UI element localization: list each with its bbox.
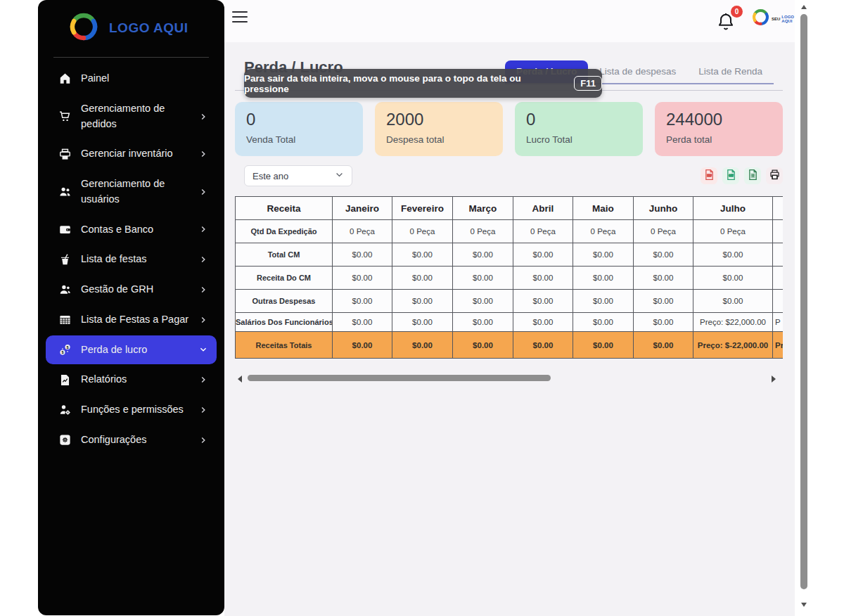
topbar: 0 SEU LOGO AQUI	[224, 0, 795, 42]
tab-lista-de-renda[interactable]: Lista de Renda	[687, 60, 774, 83]
table-cell	[773, 290, 784, 313]
table-cell: $0.00	[634, 267, 693, 290]
notification-count-badge: 0	[731, 6, 743, 18]
table-cell: $0.00	[333, 267, 392, 290]
table-cell: 0 Peça	[573, 220, 634, 243]
table-cell: $0.00	[333, 332, 392, 359]
table-cell: $0.00	[693, 267, 773, 290]
row-label: Outras Despesas	[236, 290, 333, 313]
people-icon	[58, 283, 72, 297]
sidebar-item-gerenciamento-de-pedidos[interactable]: Gerenciamento de pedidos	[46, 94, 217, 139]
avatar-logo-icon	[751, 8, 770, 30]
export-excel-icon	[747, 169, 759, 183]
table-cell: $0.00	[453, 313, 513, 332]
table-cell	[773, 267, 784, 290]
svg-text:$: $	[66, 345, 68, 349]
home-icon	[58, 72, 72, 86]
notifications-button[interactable]: 0	[716, 11, 738, 34]
tab-lista-de-despesas[interactable]: Lista de despesas	[588, 60, 687, 83]
table-cell: $0.00	[392, 290, 453, 313]
stat-card-label: Despesa total	[386, 134, 492, 145]
chevron-right-icon	[199, 150, 207, 158]
stat-card-label: Perda total	[666, 134, 772, 145]
sidebar-item-gerenciar-inventario[interactable]: Gerenciar inventário	[46, 139, 217, 169]
logo: LOGO AQUI	[38, 0, 224, 46]
stat-card-label: Venda Total	[246, 134, 352, 145]
svg-text:$: $	[61, 350, 63, 354]
sidebar-item-relatorios[interactable]: Relatórios	[46, 365, 217, 394]
stat-card-value: 0	[526, 110, 632, 129]
avatar[interactable]: SEU LOGO AQUI	[751, 8, 795, 30]
table-cell: $0.00	[392, 267, 453, 290]
row-label: Qtd Da Expedição	[236, 220, 333, 243]
scroll-left-arrow-icon[interactable]	[238, 376, 242, 383]
sidebar: LOGO AQUI PainelGerenciamento de pedidos…	[38, 0, 224, 615]
chevron-down-icon	[199, 345, 207, 354]
tooltip-text: Para sair da tela inteira, mova o mouse …	[244, 73, 567, 94]
sidebar-item-label: Perda de lucro	[81, 342, 190, 358]
table-cell: 0 Peça	[453, 220, 513, 243]
print-button[interactable]	[766, 167, 783, 184]
fullscreen-exit-tooltip: Para sair da tela inteira, mova o mouse …	[244, 69, 602, 98]
profit-loss-table: ReceitaJaneiroFevereiroMarçoAbrilMaioJun…	[235, 196, 783, 359]
export-buttons: PDFCSV	[701, 167, 783, 184]
sidebar-item-label: Gerenciamento de pedidos	[81, 101, 190, 132]
scroll-down-arrow-icon[interactable]	[801, 603, 807, 607]
main-area: 0 SEU LOGO AQUI Perda / Lucro Perda /	[224, 0, 795, 616]
hamburger-menu-icon[interactable]	[232, 10, 248, 24]
avatar-brand-text: SEU	[772, 17, 780, 21]
table-cell: $0.00	[634, 290, 693, 313]
sidebar-item-label: Painel	[81, 71, 207, 86]
sidebar-item-lista-de-festas[interactable]: Lista de festas	[46, 245, 217, 274]
chevron-right-icon	[199, 188, 207, 196]
vertical-scrollbar	[800, 0, 807, 616]
report-icon	[58, 373, 72, 387]
period-select[interactable]: Este ano	[244, 165, 352, 186]
table-row: Qtd Da Expedição0 Peça0 Peça0 Peça0 Peça…	[236, 220, 784, 243]
column-header: Março	[453, 197, 513, 220]
sidebar-item-contas-e-banco[interactable]: Contas e Banco	[46, 215, 217, 245]
sidebar-item-lista-de-festas-a-pagar[interactable]: Lista de Festas a Pagar	[46, 305, 217, 335]
table-row: Outras Despesas$0.00$0.00$0.00$0.00$0.00…	[236, 290, 784, 313]
export-csv-button[interactable]: CSV	[722, 167, 739, 184]
table-cell: $0.00	[573, 267, 634, 290]
chevron-right-icon	[199, 436, 207, 444]
table-cell: $0.00	[392, 332, 453, 359]
profit-loss-table-wrap: ReceitaJaneiroFevereiroMarçoAbrilMaioJun…	[235, 196, 783, 359]
scroll-up-arrow-icon[interactable]	[801, 5, 807, 9]
row-label: Salários Dos Funcionários	[236, 313, 333, 332]
sidebar-item-painel[interactable]: Painel	[46, 64, 217, 94]
svg-text:CSV: CSV	[729, 174, 734, 177]
sidebar-item-gerenciamento-de-usuarios[interactable]: Gerenciamento de usuários	[46, 169, 217, 214]
export-excel-button[interactable]	[744, 167, 761, 184]
stat-cards: 0Venda Total2000Despesa total0Lucro Tota…	[235, 102, 783, 156]
horizontal-scrollbar-thumb[interactable]	[248, 375, 551, 381]
table-controls: Este ano PDFCSV	[235, 165, 783, 187]
sidebar-item-funcoes-e-permissoes[interactable]: Funções e permissões	[46, 395, 217, 425]
table-row: Receita Do CM$0.00$0.00$0.00$0.00$0.00$0…	[236, 267, 784, 290]
sidebar-divider	[53, 57, 209, 58]
export-pdf-button[interactable]: PDF	[701, 167, 717, 184]
stat-card-value: 244000	[666, 110, 772, 129]
logo-text: LOGO AQUI	[109, 20, 188, 36]
table-cell: $0.00	[453, 267, 513, 290]
scroll-right-arrow-icon[interactable]	[772, 376, 776, 383]
table-cell: Preço: $-22,000.00	[693, 332, 773, 359]
sidebar-item-gestao-de-grh[interactable]: Gestão de GRH	[46, 275, 217, 304]
vertical-scrollbar-thumb[interactable]	[800, 14, 807, 589]
table-cell: $0.00	[513, 332, 573, 359]
table-cell: $0.00	[573, 290, 634, 313]
table-cell: $0.00	[513, 243, 573, 267]
stat-card-label: Lucro Total	[526, 134, 632, 145]
table-row: Total CM$0.00$0.00$0.00$0.00$0.00$0.00$0…	[236, 243, 784, 267]
table-cell: $0.00	[513, 267, 573, 290]
table-cell: Pr	[773, 332, 784, 359]
column-header: Receita	[236, 197, 333, 220]
row-label: Receitas Totais	[236, 332, 333, 359]
sidebar-item-perda-de-lucro[interactable]: $$Perda de lucro	[46, 335, 217, 365]
cart-icon	[58, 110, 72, 124]
table-cell: $0.00	[392, 313, 453, 332]
sidebar-item-configuracoes[interactable]: Configurações	[46, 425, 217, 455]
chevron-down-icon	[335, 170, 344, 181]
stat-card-venda-total: 0Venda Total	[235, 102, 363, 156]
